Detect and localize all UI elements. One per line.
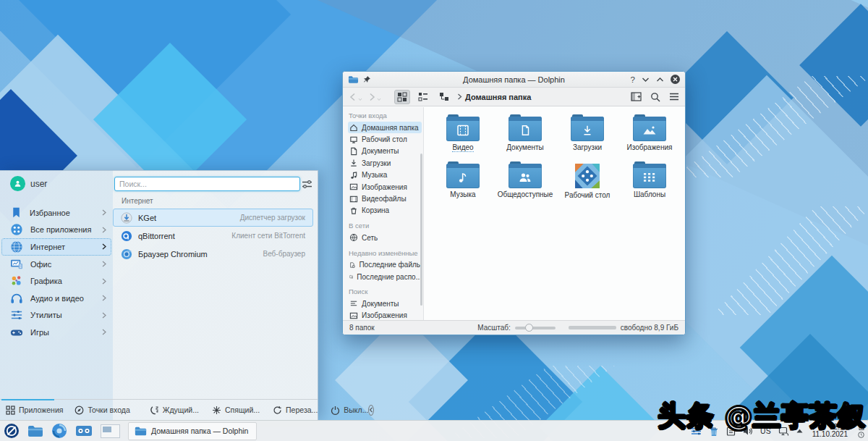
place-search-images[interactable]: Изображения: [348, 310, 422, 320]
place-label: Видеофайлы: [362, 195, 407, 203]
media-launcher-icon[interactable]: [75, 425, 93, 437]
kget-icon: [121, 212, 132, 224]
app-qbittorrent[interactable]: qBittorrent Клиент сети BitTorrent: [113, 227, 313, 245]
place-label: Корзина: [362, 206, 389, 214]
place-videos[interactable]: Видеофайлы: [348, 193, 422, 204]
all-apps-icon: [10, 223, 23, 236]
folder-label: Документы: [506, 143, 544, 151]
sidebar-scrollbar[interactable]: [420, 154, 422, 306]
search-icon[interactable]: [650, 92, 660, 102]
place-search-documents[interactable]: Документы: [348, 298, 422, 309]
images-folder-icon: [633, 117, 666, 141]
app-chromium[interactable]: Браузер Chromium Веб-браузер: [113, 245, 313, 263]
place-music[interactable]: Музыка: [348, 169, 422, 181]
games-icon: [10, 327, 23, 337]
action-restart[interactable]: Переза...: [273, 406, 318, 415]
folder-item[interactable]: Документы: [494, 117, 556, 160]
back-button[interactable]: [349, 93, 362, 101]
folder-label: Загрузки: [573, 143, 602, 151]
taskbar-task-dolphin[interactable]: Домашняя папка — Dolphin: [128, 422, 257, 440]
category-label: Утилиты: [30, 311, 95, 319]
action-shutdown[interactable]: Выкл...: [331, 406, 368, 415]
category-all-apps[interactable]: Все приложения: [1, 222, 111, 239]
maximize-button[interactable]: [656, 77, 664, 83]
search-input[interactable]: [114, 177, 300, 191]
folder-item[interactable]: Музыка: [432, 164, 494, 207]
help-button[interactable]: ?: [631, 75, 635, 84]
place-downloads[interactable]: Загрузки: [348, 157, 422, 169]
doc-lines-icon: [349, 299, 358, 308]
user-icon: [14, 180, 22, 188]
folder-item[interactable]: Изображения: [618, 117, 681, 160]
split-view-icon[interactable]: [631, 92, 642, 101]
folder-view[interactable]: Видео Документы Загрузки Изображения: [424, 107, 685, 320]
app-launcher-icon[interactable]: [4, 423, 20, 439]
category-multimedia[interactable]: Аудио и видео: [1, 290, 111, 307]
category-utilities[interactable]: Утилиты: [1, 307, 111, 324]
zoom-slider-handle[interactable]: [525, 324, 533, 332]
folder-label: Рабочий стол: [565, 191, 610, 199]
dolphin-titlebar[interactable]: Домашняя папка — Dolphin ?: [343, 72, 685, 88]
app-desc: Веб-браузер: [263, 250, 305, 258]
close-button[interactable]: [671, 75, 680, 84]
avatar[interactable]: [10, 176, 25, 191]
browser-launcher-icon[interactable]: [51, 423, 67, 439]
tree-view-icon: [439, 92, 450, 102]
place-images[interactable]: Изображения: [348, 181, 422, 193]
chevron-right-icon: [102, 295, 106, 301]
folder-item[interactable]: Загрузки: [556, 117, 618, 160]
place-label: Рабочий стол: [362, 135, 407, 143]
place-network[interactable]: Сеть: [348, 232, 422, 243]
place-home[interactable]: Домашняя папка: [348, 122, 422, 133]
graphics-icon: [10, 274, 23, 287]
folder-count: 8 папок: [349, 324, 375, 332]
public-folder-icon: [509, 164, 542, 188]
category-label: Все приложения: [30, 225, 95, 234]
folder-item[interactable]: Общедоступные: [494, 164, 556, 207]
tab-applications[interactable]: Приложения: [6, 406, 63, 415]
breadcrumb[interactable]: Домашняя папка: [457, 93, 531, 101]
minimize-button[interactable]: [642, 77, 650, 83]
capacity-bar: [569, 326, 616, 329]
category-graphics[interactable]: Графика: [1, 272, 111, 290]
breadcrumb-label[interactable]: Домашняя папка: [465, 93, 531, 101]
icons-view-icon: [397, 92, 407, 102]
place-trash[interactable]: Корзина: [348, 205, 422, 217]
dolphin-app-icon: [348, 75, 359, 84]
hamburger-menu-icon[interactable]: [669, 93, 679, 101]
chevron-right-icon: [102, 312, 106, 319]
place-desktop[interactable]: Рабочий стол: [348, 133, 422, 145]
place-label: Документы: [362, 147, 399, 155]
active-tab-indicator: [1, 399, 54, 400]
folder-item[interactable]: Видео: [432, 117, 494, 160]
place-recent-locations[interactable]: Последние распо...: [348, 271, 422, 282]
app-kget[interactable]: KGet Диспетчер загрузок: [113, 209, 313, 227]
place-documents[interactable]: Документы: [348, 146, 422, 157]
icons-view-button[interactable]: [394, 90, 410, 104]
tree-view-button[interactable]: [436, 90, 452, 104]
dolphin-task-icon: [135, 427, 147, 436]
pager-widget[interactable]: [101, 424, 120, 438]
place-recent-files[interactable]: Последние файлы: [348, 259, 422, 271]
place-label: Загрузки: [362, 159, 391, 167]
category-games[interactable]: Игры: [1, 324, 111, 341]
folder-item[interactable]: Рабочий стол: [556, 164, 618, 207]
category-internet[interactable]: Интернет: [1, 238, 111, 256]
action-suspend[interactable]: Ждущий...: [149, 406, 199, 415]
forward-button[interactable]: [367, 93, 381, 101]
home-icon: [349, 123, 358, 132]
category-favorites[interactable]: Избранное: [1, 204, 111, 222]
desktop-special-icon: [574, 163, 600, 189]
category-office[interactable]: Офис: [1, 256, 111, 273]
details-view-button[interactable]: [415, 90, 431, 104]
action-hibernate[interactable]: Спящий...: [212, 406, 260, 415]
dolphin-launcher-icon[interactable]: [27, 425, 43, 437]
kickoff-menu: user Избранное Все приложения Интернет О: [0, 170, 318, 420]
tab-places[interactable]: Точки входа: [75, 406, 129, 415]
place-label: Музыка: [362, 171, 387, 179]
folder-item[interactable]: Шаблоны: [618, 164, 681, 207]
configure-icon[interactable]: [302, 180, 312, 189]
pin-icon[interactable]: [363, 75, 371, 83]
office-icon: [10, 259, 23, 270]
zoom-slider[interactable]: [515, 327, 556, 329]
